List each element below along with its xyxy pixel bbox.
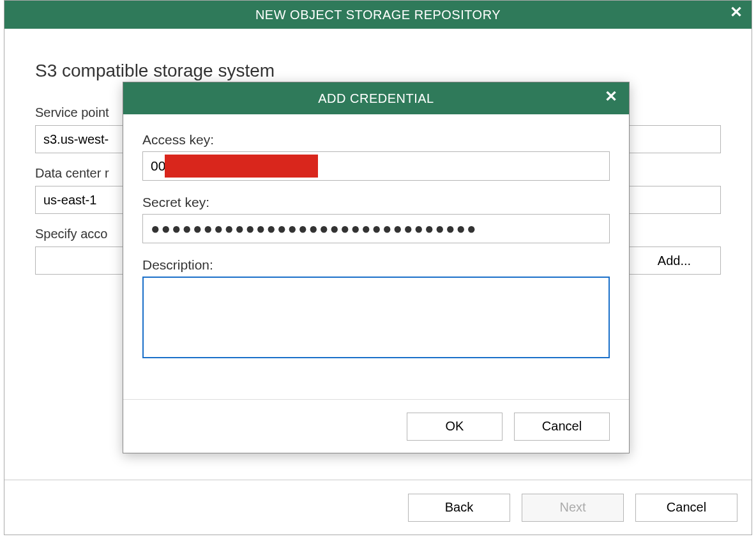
back-button[interactable]: Back: [408, 494, 510, 522]
credential-footer: OK Cancel: [123, 399, 629, 453]
page-heading: S3 compatible storage system: [35, 61, 721, 81]
access-key-field: Access key:: [142, 132, 610, 181]
add-credential-dialog: ADD CREDENTIAL ✕ Access key: Secret key:…: [123, 82, 630, 453]
close-icon[interactable]: ✕: [730, 4, 743, 20]
cancel-button[interactable]: Cancel: [514, 413, 610, 441]
access-key-label: Access key:: [142, 132, 610, 148]
cancel-button[interactable]: Cancel: [635, 494, 737, 522]
description-field: Description:: [142, 257, 610, 361]
credential-body: Access key: Secret key: ●●●●●●●●●●●●●●●●…: [123, 114, 629, 399]
credential-title: ADD CREDENTIAL: [318, 91, 434, 106]
credential-titlebar: ADD CREDENTIAL ✕: [123, 82, 629, 114]
next-button: Next: [522, 494, 624, 522]
secret-key-field: Secret key: ●●●●●●●●●●●●●●●●●●●●●●●●●●●●…: [142, 195, 610, 243]
secret-key-input[interactable]: ●●●●●●●●●●●●●●●●●●●●●●●●●●●●●●●: [142, 214, 610, 243]
repository-title: NEW OBJECT STORAGE REPOSITORY: [255, 8, 501, 22]
repository-titlebar: NEW OBJECT STORAGE REPOSITORY ✕: [4, 1, 752, 29]
ok-button[interactable]: OK: [407, 413, 503, 441]
redaction-overlay: [165, 155, 318, 178]
secret-key-label: Secret key:: [142, 195, 610, 210]
add-credential-button[interactable]: Add...: [628, 247, 721, 275]
repository-footer: Back Next Cancel: [4, 480, 752, 535]
close-icon[interactable]: ✕: [605, 89, 618, 104]
description-label: Description:: [142, 257, 610, 273]
description-input[interactable]: [142, 277, 610, 358]
